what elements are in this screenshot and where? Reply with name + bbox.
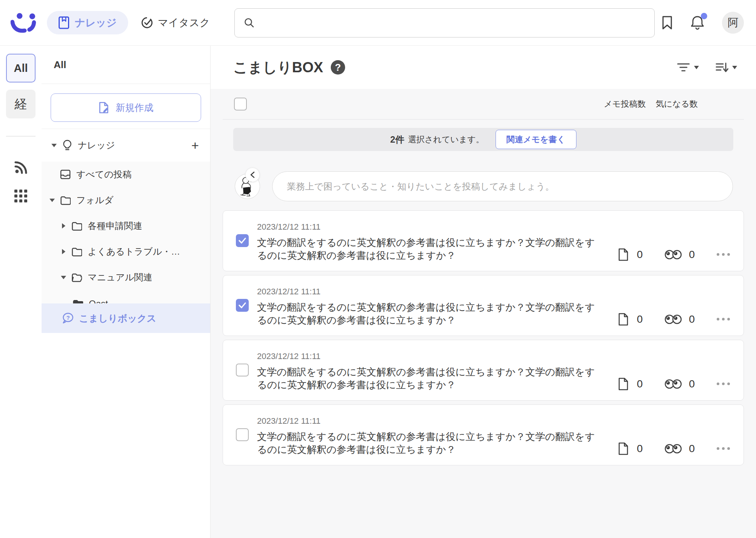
composer-input[interactable] bbox=[272, 171, 733, 201]
lightbulb-icon bbox=[62, 140, 73, 151]
tree-item-label: マニュアル関連 bbox=[88, 271, 152, 283]
eyes-icon bbox=[665, 313, 682, 325]
bookmarks-button[interactable] bbox=[662, 16, 673, 30]
filter-button[interactable] bbox=[677, 62, 699, 72]
card-menu-button[interactable] bbox=[717, 447, 730, 450]
tree-item-label: すべての投稿 bbox=[76, 168, 132, 180]
notifications-button[interactable] bbox=[690, 15, 705, 30]
card-menu-button[interactable] bbox=[717, 253, 730, 256]
file-icon bbox=[618, 248, 629, 261]
user-avatar[interactable]: 阿 bbox=[722, 12, 744, 34]
chevron-down-icon[interactable] bbox=[51, 144, 57, 147]
rail-divider bbox=[6, 136, 36, 137]
tree-item-troubles[interactable]: よくあるトラブル・質… bbox=[42, 239, 210, 264]
sidebar-title: All bbox=[42, 46, 210, 84]
watch-count: 0 bbox=[689, 313, 695, 325]
eyes-icon bbox=[665, 443, 682, 455]
tree-item-label: フォルダ bbox=[76, 194, 113, 206]
file-icon bbox=[618, 442, 629, 455]
new-post-button[interactable]: 新規作成 bbox=[51, 93, 201, 122]
select-all-checkbox[interactable] bbox=[234, 98, 247, 110]
chevron-down-icon bbox=[694, 66, 699, 69]
new-post-label: 新規作成 bbox=[116, 101, 153, 114]
card-checkbox[interactable] bbox=[236, 428, 249, 441]
memo-count: 0 bbox=[637, 313, 643, 325]
check-icon bbox=[238, 237, 246, 244]
post-composer bbox=[235, 171, 733, 201]
tree-item-manuals[interactable]: マニュアル関連 bbox=[42, 264, 210, 290]
memo-count: 0 bbox=[637, 378, 643, 390]
feed-button[interactable] bbox=[6, 161, 36, 174]
tree-item-all-posts[interactable]: すべての投稿 bbox=[42, 162, 210, 187]
grid-icon bbox=[14, 190, 27, 202]
card-title: 文学の翻訳をするのに英文解釈の参考書は役に立ちますか？文学の翻訳をするのに英文解… bbox=[257, 301, 599, 327]
tab-mytask-label: マイタスク bbox=[158, 16, 210, 30]
tab-mytask[interactable]: マイタスク bbox=[141, 16, 210, 30]
tab-knowledge-label: ナレッジ bbox=[75, 16, 117, 30]
post-card[interactable]: 2023/12/12 11:11 文学の翻訳をするのに英文解釈の参考書は役に立ち… bbox=[223, 210, 744, 271]
chevron-down-icon[interactable] bbox=[50, 199, 55, 202]
card-checkbox[interactable] bbox=[236, 299, 249, 312]
topbar: ナレッジ マイタスク bbox=[0, 0, 756, 46]
post-card[interactable]: 2023/12/12 11:11 文学の翻訳をするのに英文解釈の参考書は役に立ち… bbox=[223, 275, 744, 336]
notification-dot bbox=[701, 13, 707, 19]
sidebar-collapse-button[interactable] bbox=[245, 168, 260, 182]
folder-open-icon bbox=[71, 273, 82, 282]
card-date: 2023/12/12 11:11 bbox=[257, 351, 599, 361]
eyes-icon bbox=[665, 249, 682, 261]
tree-item-applications[interactable]: 各種申請関連 bbox=[42, 213, 210, 239]
card-title: 文学の翻訳をするのに英文解釈の参考書は役に立ちますか？文学の翻訳をするのに英文解… bbox=[257, 365, 599, 391]
column-memo-count[interactable]: メモ投稿数 bbox=[604, 98, 646, 110]
page-title: こましりBOX bbox=[233, 58, 323, 77]
help-icon[interactable]: ? bbox=[331, 60, 345, 75]
chevron-right-icon[interactable] bbox=[62, 249, 65, 254]
sidebar: All 新規作成 ナレッジ + bbox=[42, 46, 211, 538]
tree-item-folders[interactable]: フォルダ bbox=[42, 187, 210, 213]
selection-count: 2件 bbox=[390, 134, 404, 146]
tree-item-label: こましりボックス bbox=[79, 312, 156, 325]
apps-button[interactable] bbox=[6, 190, 36, 202]
selection-text: 選択されています。 bbox=[408, 134, 484, 145]
card-menu-button[interactable] bbox=[717, 383, 730, 385]
file-icon bbox=[618, 378, 629, 390]
card-date: 2023/12/12 11:11 bbox=[257, 416, 599, 426]
selection-bar: 2件 選択されています。 関連メモを書く bbox=[233, 128, 733, 151]
card-date: 2023/12/12 11:11 bbox=[257, 287, 599, 297]
bookmark-square-icon bbox=[58, 16, 70, 29]
sort-button[interactable] bbox=[716, 62, 737, 73]
tree-item-clipped[interactable]: Qast bbox=[42, 290, 210, 303]
card-menu-button[interactable] bbox=[717, 318, 730, 320]
watch-count: 0 bbox=[689, 249, 695, 261]
komashiri-list: メモ投稿数 気になる数 2件 選択されています。 関連メモを書く bbox=[211, 89, 756, 538]
workspace-kei-button[interactable]: 経 bbox=[6, 90, 36, 118]
inbox-icon bbox=[60, 169, 71, 179]
watch-count: 0 bbox=[689, 443, 695, 455]
column-watch-count[interactable]: 気になる数 bbox=[655, 98, 698, 110]
tree-item-label: Qast bbox=[89, 299, 108, 303]
memo-count: 0 bbox=[637, 249, 643, 261]
section-knowledge[interactable]: ナレッジ + bbox=[42, 129, 210, 162]
bookmark-icon bbox=[662, 16, 673, 30]
app-logo-icon[interactable] bbox=[11, 12, 37, 33]
card-checkbox[interactable] bbox=[236, 364, 249, 376]
workspace-all-label: All bbox=[14, 62, 28, 75]
card-title: 文学の翻訳をするのに英文解釈の参考書は役に立ちますか？文学の翻訳をするのに英文解… bbox=[257, 236, 599, 262]
workspace-all-button[interactable]: All bbox=[6, 54, 36, 82]
svg-text:?: ? bbox=[66, 314, 70, 321]
post-card[interactable]: 2023/12/12 11:11 文学の翻訳をするのに英文解釈の参考書は役に立ち… bbox=[223, 340, 744, 401]
global-search-input[interactable] bbox=[260, 17, 645, 28]
tree-item-komashiri-box[interactable]: ? こましりボックス bbox=[42, 303, 210, 333]
card-checkbox[interactable] bbox=[236, 234, 249, 247]
write-related-memo-button[interactable]: 関連メモを書く bbox=[496, 130, 576, 149]
chevron-right-icon[interactable] bbox=[62, 223, 65, 229]
add-folder-button[interactable]: + bbox=[191, 139, 199, 152]
folder-icon bbox=[60, 196, 71, 205]
topbar-actions: 阿 bbox=[662, 12, 744, 34]
post-card[interactable]: 2023/12/12 11:11 文学の翻訳をするのに英文解釈の参考書は役に立ち… bbox=[223, 404, 744, 465]
question-bubble-icon: ? bbox=[62, 313, 74, 324]
chevron-down-icon[interactable] bbox=[61, 276, 66, 279]
chevron-down-icon bbox=[732, 66, 737, 69]
tab-knowledge[interactable]: ナレッジ bbox=[47, 11, 128, 34]
card-date: 2023/12/12 11:11 bbox=[257, 222, 599, 232]
search-icon bbox=[244, 17, 254, 28]
